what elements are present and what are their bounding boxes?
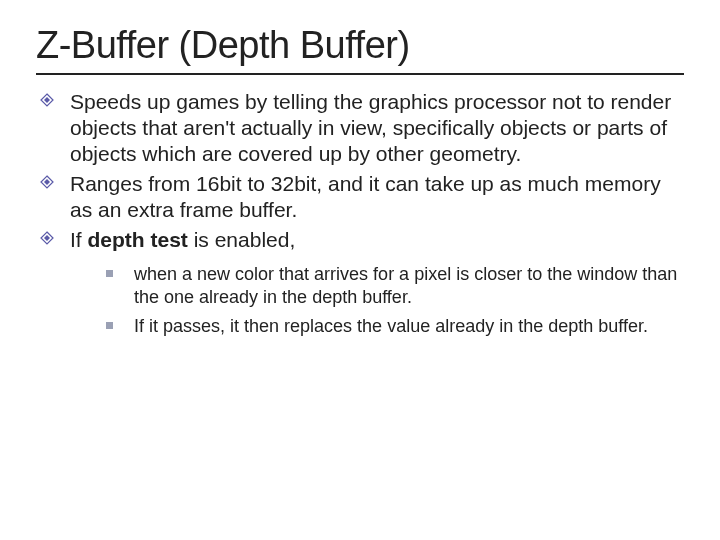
sub-bullet-item: If it passes, it then replaces the value…	[128, 315, 684, 338]
svg-marker-3	[44, 179, 50, 185]
bullet-text-bold: depth test	[88, 228, 188, 251]
title-underline	[36, 73, 684, 75]
bullet-item: Ranges from 16bit to 32bit, and it can t…	[64, 171, 684, 223]
bullet-text: Ranges from 16bit to 32bit, and it can t…	[70, 172, 661, 221]
svg-marker-1	[44, 97, 50, 103]
diamond-bullet-icon	[40, 175, 54, 189]
bullet-list-level1: Speeds up games by telling the graphics …	[36, 89, 684, 338]
sub-bullet-item: when a new color that arrives for a pixe…	[128, 263, 684, 309]
diamond-bullet-icon	[40, 93, 54, 107]
sub-bullet-text: If it passes, it then replaces the value…	[134, 316, 648, 336]
sub-bullet-text: when a new color that arrives for a pixe…	[134, 264, 677, 307]
bullet-text-prefix: If	[70, 228, 88, 251]
square-bullet-icon	[106, 270, 113, 277]
bullet-text-suffix: is enabled,	[188, 228, 295, 251]
diamond-bullet-icon	[40, 231, 54, 245]
bullet-item: Speeds up games by telling the graphics …	[64, 89, 684, 167]
bullet-item: If depth test is enabled, when a new col…	[64, 227, 684, 338]
svg-marker-5	[44, 235, 50, 241]
square-bullet-icon	[106, 322, 113, 329]
slide-title: Z-Buffer (Depth Buffer)	[36, 24, 684, 67]
slide: Z-Buffer (Depth Buffer) Speeds up games …	[0, 0, 720, 540]
bullet-list-level2: when a new color that arrives for a pixe…	[70, 263, 684, 338]
bullet-text: Speeds up games by telling the graphics …	[70, 90, 671, 165]
